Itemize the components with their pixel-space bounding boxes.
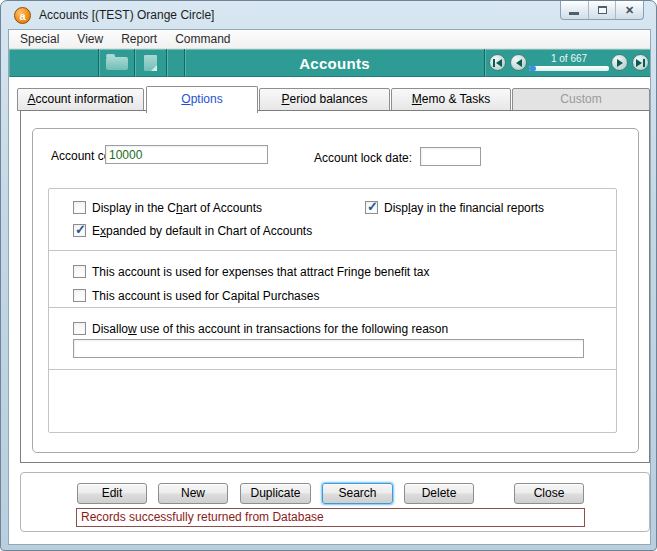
register-title: Accounts: [299, 55, 370, 72]
previous-record-icon: [516, 59, 522, 67]
toolbar: Accounts 1 of 667: [9, 49, 650, 77]
title-bar: a Accounts [(TEST) Orange Circle] ✕: [1, 1, 656, 29]
checkbox-disallow-use-label[interactable]: Disallow use of this account in transact…: [92, 323, 448, 336]
record-counter: 1 of 667: [529, 53, 609, 64]
last-record-icon: [636, 59, 642, 67]
toolbar-title-segment: Accounts: [185, 49, 485, 77]
toolbar-document-button[interactable]: [135, 49, 167, 77]
tab-memo-tasks[interactable]: Memo & Tasks: [391, 88, 511, 111]
checkbox-capital-purchases-label[interactable]: This account is used for Capital Purchas…: [92, 290, 319, 303]
tab-period-balances[interactable]: Period balances: [259, 88, 390, 111]
tab-custom[interactable]: Custom: [512, 88, 650, 111]
delete-button[interactable]: Delete: [404, 483, 474, 504]
toolbar-folder-button[interactable]: [99, 49, 135, 77]
status-message: Records successfully returned from Datab…: [76, 508, 585, 527]
duplicate-button[interactable]: Duplicate: [240, 483, 311, 504]
next-record-button[interactable]: [611, 54, 628, 71]
account-code-input[interactable]: [105, 145, 268, 164]
toolbar-spacer-small: [167, 49, 185, 77]
checkbox-capital-purchases[interactable]: [73, 289, 86, 302]
window-controls: ✕: [560, 1, 644, 20]
tab-account-information[interactable]: Account information: [17, 88, 144, 111]
close-icon: ✕: [625, 5, 634, 16]
folder-icon: [106, 57, 128, 70]
window-title: Accounts [(TEST) Orange Circle]: [39, 1, 214, 29]
new-button[interactable]: New: [158, 483, 228, 504]
menu-report[interactable]: Report: [112, 30, 166, 48]
record-slider[interactable]: [529, 66, 609, 71]
menu-bar: Special View Report Command: [9, 30, 650, 49]
group-divider: [48, 250, 617, 251]
close-window-button[interactable]: Close: [514, 483, 584, 504]
app-logo-icon: a: [14, 7, 31, 24]
checkbox-expanded-by-default-label[interactable]: Expanded by default in Chart of Accounts: [92, 225, 312, 238]
restore-button[interactable]: [588, 1, 616, 19]
record-navigator: 1 of 667: [485, 49, 650, 77]
menu-view[interactable]: View: [68, 30, 112, 48]
record-slider-thumb[interactable]: [529, 66, 536, 71]
checkbox-fringe-benefit-tax[interactable]: [73, 265, 86, 278]
toolbar-spacer: [9, 49, 99, 77]
restore-icon: [598, 6, 607, 14]
checkbox-display-financial-reports-label[interactable]: Display in the financial reports: [384, 202, 544, 215]
tab-options[interactable]: Options: [146, 86, 258, 113]
menu-command[interactable]: Command: [166, 30, 239, 48]
close-button[interactable]: ✕: [615, 1, 643, 19]
next-record-icon: [617, 59, 623, 67]
group-divider: [48, 307, 617, 308]
minimize-icon: [569, 12, 579, 15]
search-button[interactable]: Search: [322, 483, 393, 504]
minimize-button[interactable]: [561, 1, 588, 19]
checkbox-display-financial-reports[interactable]: [365, 201, 378, 214]
menu-special[interactable]: Special: [11, 30, 68, 48]
document-icon: [144, 55, 157, 71]
last-record-button[interactable]: [632, 54, 649, 71]
edit-button[interactable]: Edit: [77, 483, 147, 504]
checkbox-fringe-benefit-tax-label[interactable]: This account is used for expenses that a…: [92, 266, 430, 279]
first-record-icon: [493, 59, 495, 67]
disallow-reason-input[interactable]: [73, 339, 584, 358]
previous-record-button[interactable]: [510, 54, 527, 71]
checkbox-display-chart-of-accounts[interactable]: [73, 201, 86, 214]
account-lock-date-input[interactable]: [420, 147, 481, 166]
accounts-window: a Accounts [(TEST) Orange Circle] ✕ Spec…: [0, 0, 657, 551]
checkbox-disallow-use[interactable]: [73, 322, 86, 335]
checkbox-expanded-by-default[interactable]: [73, 224, 86, 237]
account-lock-date-label: Account lock date:: [314, 152, 412, 165]
checkbox-display-chart-of-accounts-label[interactable]: Display in the Chart of Accounts: [92, 202, 262, 215]
group-divider: [48, 369, 617, 370]
first-record-button[interactable]: [489, 54, 506, 71]
